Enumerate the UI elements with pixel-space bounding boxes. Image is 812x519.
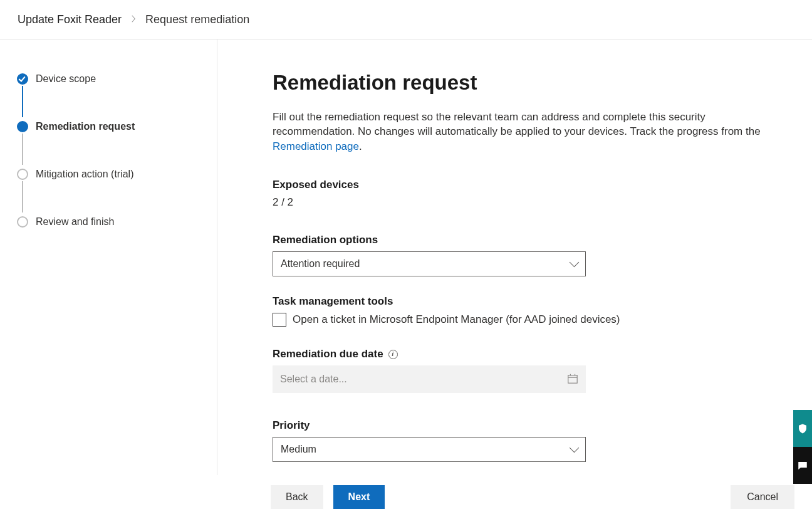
wizard-step-label: Review and finish — [36, 216, 114, 228]
priority-dropdown[interactable]: Medium — [273, 437, 586, 462]
dropdown-value: Attention required — [281, 258, 360, 270]
chevron-down-icon — [570, 258, 580, 268]
due-date-label-text: Remediation due date — [273, 348, 383, 360]
breadcrumb-item-2: Request remediation — [145, 13, 249, 26]
wizard-step-label: Device scope — [36, 73, 96, 85]
wizard-step-remediation-request[interactable]: Remediation request — [17, 118, 217, 135]
info-icon[interactable] — [388, 350, 398, 359]
remediation-options-dropdown[interactable]: Attention required — [273, 251, 586, 276]
chat-icon — [797, 460, 808, 471]
exposed-devices-value: 2 / 2 — [273, 196, 774, 209]
shield-icon — [797, 423, 808, 434]
wizard-connector — [22, 134, 23, 165]
wizard-step-label: Mitigation action (trial) — [36, 169, 134, 180]
open-ticket-row: Open a ticket in Microsoft Endpoint Mana… — [273, 313, 774, 327]
svg-rect-0 — [568, 375, 577, 384]
circle-icon — [17, 169, 28, 180]
due-date-section: Remediation due date Select a date... — [273, 348, 774, 393]
circle-icon — [17, 216, 28, 228]
due-date-placeholder: Select a date... — [280, 374, 347, 385]
remediation-page-link[interactable]: Remediation page — [273, 140, 359, 152]
dot-icon — [17, 121, 28, 132]
wizard-step-device-scope[interactable]: Device scope — [17, 71, 217, 87]
breadcrumb: Update Foxit Reader Request remediation — [0, 0, 812, 39]
cancel-button[interactable]: Cancel — [731, 485, 794, 509]
open-ticket-checkbox[interactable] — [273, 313, 286, 327]
page-description: Fill out the remediation request so the … — [273, 110, 774, 154]
dropdown-value: Medium — [281, 444, 316, 455]
check-icon — [17, 73, 28, 85]
wizard-connector — [22, 181, 23, 212]
chevron-right-icon — [130, 14, 137, 25]
due-date-label: Remediation due date — [273, 348, 774, 360]
exposed-devices-label: Exposed devices — [273, 179, 774, 191]
chevron-down-icon — [570, 443, 580, 453]
next-button[interactable]: Next — [333, 485, 385, 509]
right-dock — [793, 410, 812, 484]
calendar-icon — [567, 373, 578, 384]
priority-label: Priority — [273, 419, 774, 432]
remediation-options-label: Remediation options — [273, 234, 774, 246]
task-management-section: Task management tools Open a ticket in M… — [273, 295, 774, 327]
main-content: Remediation request Fill out the remedia… — [217, 39, 812, 519]
task-management-label: Task management tools — [273, 295, 774, 308]
wizard-step-review-finish[interactable]: Review and finish — [17, 214, 217, 230]
wizard-connector — [22, 86, 23, 117]
remediation-options-section: Remediation options Attention required — [273, 234, 774, 276]
wizard-footer: Back Next Cancel — [0, 475, 812, 519]
open-ticket-label: Open a ticket in Microsoft Endpoint Mana… — [293, 313, 620, 326]
exposed-devices-section: Exposed devices 2 / 2 — [273, 179, 774, 209]
desc-tail: . — [359, 140, 362, 152]
breadcrumb-item-1[interactable]: Update Foxit Reader — [18, 13, 122, 26]
wizard-nav: Device scope Remediation request Mitigat… — [0, 39, 217, 519]
wizard-step-label: Remediation request — [36, 121, 135, 132]
dock-feedback-button[interactable] — [793, 447, 812, 484]
back-button[interactable]: Back — [271, 485, 323, 509]
dock-help-button[interactable] — [793, 410, 812, 447]
desc-text: Fill out the remediation request so the … — [273, 111, 761, 137]
page-title: Remediation request — [273, 71, 774, 95]
wizard-step-mitigation-action[interactable]: Mitigation action (trial) — [17, 166, 217, 182]
due-date-field[interactable]: Select a date... — [273, 365, 586, 393]
